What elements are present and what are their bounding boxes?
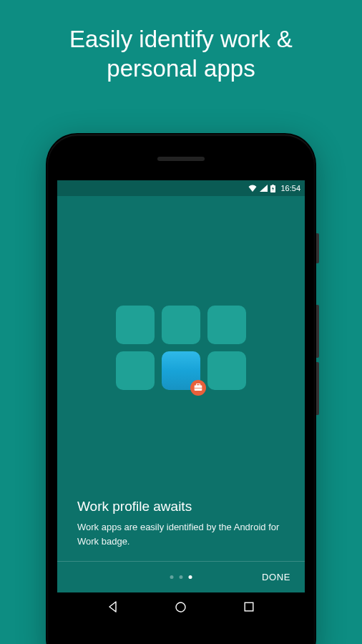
nav-home-button[interactable] (160, 601, 202, 613)
onboarding-body: Work apps are easily identified by the A… (77, 520, 285, 548)
pager-dot[interactable] (170, 575, 174, 579)
app-tile (207, 306, 246, 344)
phone-speaker (157, 157, 205, 161)
pager-dot[interactable] (180, 575, 183, 579)
svg-rect-4 (195, 388, 202, 389)
onboarding-content: Work profile awaits Work apps are easily… (57, 196, 305, 592)
phone-volume-up (316, 305, 319, 358)
nav-recent-button[interactable] (228, 602, 270, 612)
cellular-icon (260, 185, 268, 192)
app-tile (116, 306, 155, 344)
battery-icon (270, 185, 275, 192)
phone-screen: 16:54 (57, 180, 305, 621)
onboarding-illustration (57, 196, 305, 499)
app-tile (116, 351, 155, 390)
app-tile-work (162, 351, 200, 390)
android-nav-bar (57, 592, 305, 621)
onboarding-bottom-bar: DONE (57, 561, 305, 592)
pager-dots (170, 575, 192, 579)
wifi-icon (248, 185, 257, 192)
phone-frame: 16:54 (46, 133, 316, 644)
app-grid (116, 306, 246, 390)
done-button[interactable]: DONE (262, 572, 290, 582)
onboarding-heading: Work profile awaits (77, 499, 285, 514)
phone-power-button (316, 233, 319, 263)
app-tile (207, 351, 246, 390)
status-time: 16:54 (280, 184, 300, 192)
onboarding-text: Work profile awaits Work apps are easily… (57, 499, 305, 561)
svg-point-5 (176, 602, 185, 612)
phone-volume-down (316, 362, 319, 415)
pager-dot-active[interactable] (189, 575, 192, 579)
work-badge-icon (190, 380, 206, 396)
promo-title: Easily identify work & personal apps (0, 0, 362, 84)
svg-rect-6 (245, 602, 254, 611)
app-tile (162, 306, 200, 344)
nav-back-button[interactable] (92, 601, 134, 613)
status-bar: 16:54 (57, 180, 305, 196)
